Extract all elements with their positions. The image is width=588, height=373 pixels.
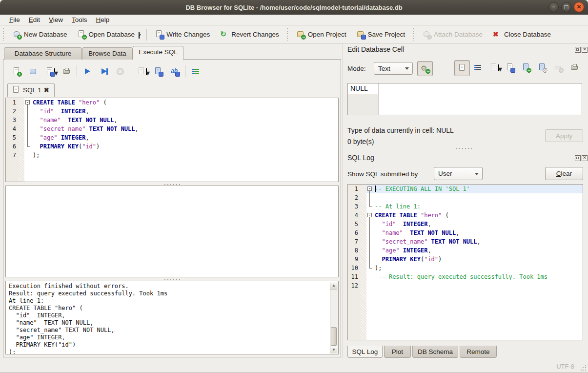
resize-grip-icon[interactable] (581, 365, 587, 371)
fold-marker[interactable] (366, 228, 373, 237)
sql-editor[interactable]: 1-CREATE TABLE "hero" (2 "id" INTEGER,3 … (5, 98, 339, 182)
code-text: -- Result: query executed successfully. … (373, 272, 547, 281)
new-database-button[interactable]: +New Database (7, 28, 72, 41)
attach-database-icon (422, 30, 431, 39)
title-bar[interactable]: DB Browser for SQLite - /home/user/code/… (0, 0, 588, 15)
write-changes-button[interactable]: Write Changes (150, 28, 215, 41)
fold-marker[interactable] (366, 202, 373, 211)
scroll-up-icon[interactable]: ▲ (330, 282, 337, 290)
fold-marker[interactable]: - (24, 98, 31, 107)
fold-marker[interactable] (366, 193, 373, 202)
cell-editor[interactable]: NULL (347, 83, 582, 115)
toolbar-drag-handle[interactable] (2, 28, 5, 41)
print-button[interactable] (567, 60, 582, 75)
fold-marker[interactable] (366, 237, 373, 246)
dock-tab-plot[interactable]: Plot (384, 346, 411, 358)
fold-marker[interactable]: - (366, 211, 373, 220)
fold-marker[interactable] (366, 255, 373, 264)
sql-editor-tab[interactable]: SQL 1 ✖ (7, 83, 55, 97)
clear-button[interactable]: Clear (545, 167, 583, 180)
mode-select-value: Text (378, 65, 390, 72)
tab-database-structure[interactable]: Database Structure (4, 47, 82, 60)
execution-log[interactable]: Execution finished without errors. Resul… (5, 281, 339, 354)
mode-select[interactable]: Text (374, 62, 413, 75)
maximize-button[interactable]: ◻ (561, 2, 571, 12)
revert-changes-button[interactable]: ↻Revert Changes (215, 28, 284, 41)
dock-tab-remote[interactable]: Remote (460, 346, 497, 358)
fold-marker[interactable] (24, 107, 31, 116)
close-database-button[interactable]: ✖Close Database (487, 28, 556, 41)
menu-tools[interactable]: Tools (67, 15, 92, 25)
fold-marker[interactable] (24, 124, 31, 133)
code-line: 8 "age" INTEGER, (348, 246, 583, 255)
open-sql-file-button[interactable] (27, 65, 40, 78)
toolbar-drag-handle[interactable] (286, 28, 289, 41)
toolbar-drag-handle[interactable] (412, 28, 415, 41)
text-mode-icon (458, 64, 466, 72)
menu-edit[interactable]: Edit (24, 15, 44, 25)
results-grid[interactable] (5, 186, 339, 277)
results-log-splitter[interactable] (164, 278, 181, 280)
open-external-button[interactable]: → (519, 60, 533, 75)
line-number: 3 (6, 116, 19, 124)
sql-source-select[interactable]: User (434, 167, 483, 180)
scrollbar-thumb[interactable] (331, 327, 337, 346)
main-toolbar: +New Database→Open Database▾Write Change… (0, 26, 588, 43)
tab-execute-sql[interactable]: Execute SQL (133, 46, 183, 60)
fold-marker[interactable]: - (366, 185, 373, 193)
menu-help[interactable]: Help (92, 15, 114, 25)
save-results-icon (137, 67, 146, 76)
apply-button[interactable]: Apply (545, 129, 583, 142)
minimize-button[interactable]: − (548, 2, 559, 12)
line-number: 9 (348, 255, 361, 264)
save-sql-file-icon (45, 67, 54, 76)
pane-splitter[interactable] (343, 44, 343, 358)
print-button[interactable] (60, 65, 73, 78)
link-button[interactable]: oo (535, 60, 549, 75)
float-log-panel-icon[interactable] (575, 155, 581, 161)
fold-marker[interactable] (24, 116, 31, 124)
close-log-panel-icon[interactable]: ✕ (582, 155, 588, 161)
word-wrap-button[interactable] (189, 65, 202, 78)
toolbar-button-label: New Database (24, 31, 67, 38)
line-number: 1 (348, 185, 361, 193)
fold-marker[interactable] (366, 264, 373, 272)
execute-all-button[interactable] (81, 65, 94, 78)
close-panel-icon[interactable]: ✕ (582, 47, 588, 53)
float-panel-icon[interactable] (575, 47, 581, 53)
text-mode-button[interactable] (454, 60, 470, 76)
tab-browse-data[interactable]: Browse Data (82, 47, 133, 60)
dock-tab-db-schema[interactable]: DB Schema (412, 346, 458, 358)
save-sql-file-button[interactable]: ▾ (43, 65, 56, 78)
scroll-down-icon[interactable]: ▼ (330, 346, 337, 353)
dropdown-caret-icon[interactable]: ▾ (139, 32, 140, 39)
cell-log-splitter[interactable] (456, 147, 473, 149)
line-number: 7 (6, 151, 19, 160)
fold-marker[interactable] (24, 142, 31, 151)
fold-gutter (24, 151, 31, 160)
menu-file[interactable]: File (5, 15, 24, 25)
menu-view[interactable]: View (44, 15, 67, 25)
new-sql-tab-button[interactable]: + (10, 65, 23, 78)
fold-marker[interactable] (366, 246, 373, 255)
word-wrap-button[interactable] (470, 60, 485, 75)
fold-marker[interactable] (366, 220, 373, 228)
close-sql-tab-icon[interactable]: ✖ (44, 86, 49, 94)
sql-log-view[interactable]: 1--- EXECUTING ALL IN 'SQL 1'2--3-- At l… (347, 184, 583, 340)
dock-tab-sql-log[interactable]: SQL Log (347, 346, 383, 358)
auto-apply-button[interactable]: ⚙→ (417, 61, 433, 76)
close-database-icon: ✖ (492, 30, 501, 39)
code-line: 5 "age" INTEGER, (6, 133, 338, 142)
save-as-button[interactable] (503, 60, 517, 75)
format-sql-button[interactable]: ab (168, 65, 181, 78)
code-text: "id" INTEGER, (373, 220, 431, 228)
open-project-button[interactable]: →Open Project (291, 28, 351, 41)
save-project-button[interactable]: Save Project (351, 28, 410, 41)
execution-log-scrollbar[interactable]: ▲ ▼ (330, 282, 338, 353)
fold-marker[interactable] (24, 133, 31, 142)
execute-current-line-button[interactable] (98, 65, 110, 78)
code-line: 2-- (348, 193, 583, 202)
close-button[interactable]: ✕ (574, 2, 584, 12)
find-button[interactable] (152, 65, 164, 78)
open-database-button[interactable]: →Open Database▾ (72, 28, 144, 41)
